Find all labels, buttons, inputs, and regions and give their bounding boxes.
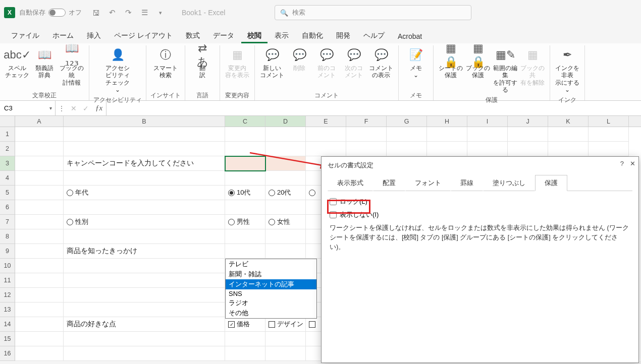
formula-input[interactable] <box>106 101 641 115</box>
dialog-tab-表示形式[interactable]: 表示形式 <box>328 175 373 191</box>
cell-A15[interactable] <box>15 332 64 346</box>
dialog-tab-塗りつぶし[interactable]: 塗りつぶし <box>483 175 535 191</box>
col-header-K[interactable]: K <box>548 116 589 127</box>
name-box[interactable]: C3 <box>0 101 56 115</box>
cell-B11[interactable] <box>64 273 225 288</box>
radio-icon[interactable] <box>269 190 275 196</box>
hidden-checkbox-input[interactable] <box>330 211 337 218</box>
cell-C8[interactable] <box>225 229 265 244</box>
cell-D3[interactable] <box>265 156 306 171</box>
cell-K2[interactable] <box>548 142 589 156</box>
cell-C2[interactable] <box>225 142 265 156</box>
col-header-B[interactable]: B <box>64 116 225 127</box>
col-header-H[interactable]: H <box>427 116 467 127</box>
cell-D15[interactable] <box>265 332 306 346</box>
cell-B1[interactable] <box>64 127 225 142</box>
cell-B15[interactable] <box>64 332 225 346</box>
col-header-G[interactable]: G <box>387 116 427 127</box>
col-header-J[interactable]: J <box>508 116 548 127</box>
cell-A4[interactable] <box>15 171 64 186</box>
cell-E2[interactable] <box>306 142 346 156</box>
new-comment-button[interactable]: 💬新しいコメント <box>259 45 285 80</box>
close-icon[interactable]: ✕ <box>630 160 635 167</box>
cell-B10[interactable] <box>64 259 225 273</box>
cell-B16[interactable] <box>64 346 225 361</box>
row-header-4[interactable]: 4 <box>0 171 15 186</box>
cell-A9[interactable] <box>15 244 64 259</box>
save-icon[interactable]: 🖫 <box>89 6 103 19</box>
cell-D14[interactable]: デザイン <box>265 317 306 332</box>
cell-D8[interactable] <box>265 229 306 244</box>
dialog-tab-罫線[interactable]: 罫線 <box>451 175 483 191</box>
acc-button[interactable]: 👤アクセシビリティチェック ⌄ <box>104 45 131 95</box>
cell-D16[interactable] <box>265 346 306 361</box>
cell-B5[interactable]: 年代 <box>64 186 225 200</box>
cell-B9[interactable]: 商品を知ったきっかけ <box>64 244 225 259</box>
radio-icon[interactable] <box>309 190 315 196</box>
col-header-C[interactable]: C <box>225 116 265 127</box>
listbox[interactable]: テレビ新聞・雑誌インターネットの記事SNSラジオその他 <box>225 259 317 319</box>
ribbon-tab-データ[interactable]: データ <box>207 28 240 43</box>
cell-B2[interactable] <box>64 142 225 156</box>
lock-checkbox-input[interactable] <box>330 198 337 205</box>
cell-C6[interactable] <box>225 200 265 215</box>
show-comments-button[interactable]: 💬コメントの表示 <box>368 45 394 80</box>
list-item[interactable]: SNS <box>226 289 316 298</box>
row-header-15[interactable]: 15 <box>0 332 15 346</box>
cell-A3[interactable] <box>15 156 64 171</box>
row-header-13[interactable]: 13 <box>0 302 15 317</box>
search-box[interactable]: 🔍 検索 <box>275 5 471 20</box>
fx-icon[interactable]: ƒx <box>92 104 106 112</box>
stats-button[interactable]: 📖₁₂₃ブックの統計情報 <box>59 45 85 87</box>
cell-F2[interactable] <box>346 142 387 156</box>
cell-B12[interactable] <box>64 288 225 302</box>
list-item[interactable]: その他 <box>226 308 316 318</box>
ribbon-tab-表示[interactable]: 表示 <box>269 28 295 43</box>
list-item[interactable]: 新聞・雑誌 <box>226 269 316 279</box>
cell-D4[interactable] <box>265 171 306 186</box>
cancel-icon[interactable]: ✕ <box>68 104 80 112</box>
row-header-5[interactable]: 5 <box>0 186 15 200</box>
ribbon-tab-校閲[interactable]: 校閲 <box>241 28 268 43</box>
toggle-icon[interactable] <box>48 9 66 17</box>
cell-A1[interactable] <box>15 127 64 142</box>
cell-I2[interactable] <box>467 142 508 156</box>
cell-K1[interactable] <box>548 127 589 142</box>
more-icon[interactable]: ⋮ <box>56 104 68 112</box>
cell-B8[interactable] <box>64 229 225 244</box>
cell-H2[interactable] <box>427 142 467 156</box>
radio-icon[interactable] <box>67 219 73 225</box>
checkbox-icon[interactable] <box>269 321 275 328</box>
checkbox-icon[interactable] <box>309 321 315 328</box>
autosave-toggle[interactable]: 自動保存 オフ <box>19 8 82 17</box>
cell-C16[interactable] <box>225 346 265 361</box>
thesaurus-button[interactable]: 📖類義語辞典 <box>31 45 58 80</box>
row-header-12[interactable]: 12 <box>0 288 15 302</box>
col-header-F[interactable]: F <box>346 116 387 127</box>
row-header-6[interactable]: 6 <box>0 200 15 215</box>
cell-I1[interactable] <box>467 127 508 142</box>
cell-A11[interactable] <box>15 273 64 288</box>
undo-icon[interactable]: ↶ <box>105 6 119 19</box>
checkbox-icon[interactable]: ✓ <box>228 321 235 328</box>
dialog-tab-保護[interactable]: 保護 <box>535 175 567 191</box>
radio-icon[interactable] <box>269 219 275 225</box>
col-header-L[interactable]: L <box>589 116 629 127</box>
list-item[interactable]: ラジオ <box>226 298 316 308</box>
cell-C4[interactable] <box>225 171 265 186</box>
cell-B13[interactable] <box>64 302 225 317</box>
cell-A13[interactable] <box>15 302 64 317</box>
row-header-9[interactable]: 9 <box>0 244 15 259</box>
radio-icon[interactable] <box>228 190 235 196</box>
lock-checkbox[interactable]: ロック(L) <box>330 197 630 206</box>
cell-B3[interactable]: キャンペーンコードを入力してください <box>64 156 225 171</box>
radio-icon[interactable] <box>228 219 235 225</box>
memo-button[interactable]: 📝メモ⌄ <box>403 45 429 80</box>
col-header-A[interactable]: A <box>15 116 64 127</box>
row-header-10[interactable]: 10 <box>0 259 15 273</box>
help-icon[interactable]: ? <box>620 160 624 167</box>
smart-button[interactable]: ⓘスマート検索 <box>152 45 179 80</box>
row-header-3[interactable]: 3 <box>0 156 15 171</box>
preview-icon[interactable]: ☰ <box>137 6 151 19</box>
cell-A5[interactable] <box>15 186 64 200</box>
